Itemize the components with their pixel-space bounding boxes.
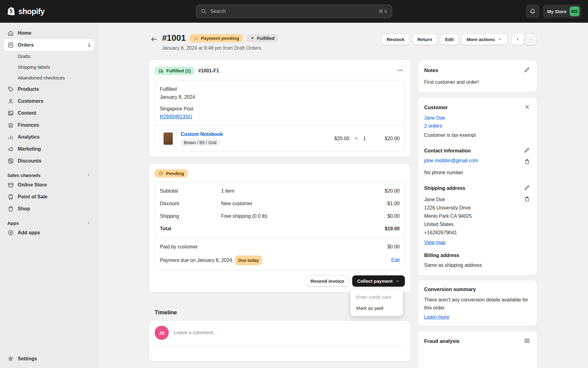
conversion-summary-card: Conversion summary There aren't any conv… [418,280,537,326]
sidebar-item-orders[interactable]: Orders 1 [4,39,94,51]
payment-card: Pending Subtotal 1 item $20.00 [149,164,410,292]
edit-notes-button[interactable] [523,66,531,75]
sidebar-section-apps[interactable]: Apps [7,220,92,226]
sidebar-footer: Settings [0,353,98,365]
sidebar-item-home[interactable]: Home [4,27,94,39]
menu-item-enter-credit-card[interactable]: Enter credit card [353,292,401,303]
return-button[interactable]: Return [413,34,437,45]
sidebar-item-add-apps[interactable]: Add apps [4,227,94,239]
address-line: United States [424,220,472,228]
customer-phone-status: No phone number [424,169,531,177]
chevron-right-icon [528,37,533,42]
search-shortcut: ⌘ K [379,9,387,14]
customer-name-link[interactable]: Jane Doe [424,115,445,121]
pencil-icon [524,185,530,191]
clock-icon [158,171,164,176]
edit-contact-button[interactable] [523,147,531,155]
paid-by-customer-row: Paid by customer $0.00 [160,243,400,251]
sidebar-item-analytics[interactable]: Analytics [4,131,94,143]
pencil-icon [524,147,530,153]
global-search-input[interactable]: Search ⌘ K [196,5,392,18]
copy-email-button[interactable] [523,158,531,166]
back-button[interactable] [149,34,159,45]
sidebar-item-customers[interactable]: Customers [4,95,94,107]
due-text: Payment due on January 8, 2024 [160,256,232,264]
order-header: #1001 Payment pending Fulfilled January … [149,33,537,51]
gear-icon [7,355,14,362]
comment-input[interactable] [173,330,405,336]
shipping-address-title: Shipping address [424,186,465,191]
remove-customer-button[interactable] [523,103,531,112]
sidebar-nav: Home Orders 1 Drafts Shipping labels Aba… [0,27,98,239]
sidebar-item-label: Point of Sale [18,194,47,200]
customer-orders-link[interactable]: 2 orders [424,123,442,128]
line-item-total: $20.00 [366,136,400,141]
edit-shipping-address-button[interactable] [523,184,531,192]
sidebar-section-sales-channels[interactable]: Sales channels [7,172,92,178]
search-icon [201,8,207,14]
customer-email-link[interactable]: jdoe.mobbin@gmail.com [424,158,478,163]
sidebar-item-products[interactable]: Products [4,83,94,95]
sidebar-item-label: Abandoned checkouts [18,75,65,81]
sidebar-item-shop[interactable]: Shop [4,203,94,215]
edit-payment-due-link[interactable]: Edit [391,256,400,264]
menu-item-mark-as-paid[interactable]: Mark as paid [353,303,401,314]
quantity-separator: × [355,136,358,141]
button-label: Collect payment [357,278,393,284]
sidebar-item-content[interactable]: Content [4,107,94,119]
resend-invoice-button[interactable]: Resend invoice [306,275,349,287]
total-label: Total [160,225,221,233]
previous-order-button[interactable] [511,33,524,45]
edit-order-button[interactable]: Edit [440,34,458,45]
row-amount: $0.00 [372,212,400,220]
sidebar-item-finances[interactable]: Finances [4,119,94,131]
sidebar-item-shipping-labels[interactable]: Shipping labels [4,62,94,72]
total-amount: $19.00 [372,225,400,233]
sidebar-item-abandoned-checkouts[interactable]: Abandoned checkouts [4,73,94,83]
close-icon [524,104,530,110]
row-label: Subtotal [160,187,221,195]
paid-label: Paid by customer [160,243,372,251]
section-label: Sales channels [7,173,40,178]
badge-label: Pending [166,171,184,176]
notes-title: Notes [424,67,438,73]
sidebar-item-discounts[interactable]: Discounts [4,155,94,167]
clipboard-icon [524,196,530,202]
sidebar-item-drafts[interactable]: Drafts [4,51,94,62]
learn-more-link[interactable]: Learn more [424,314,449,320]
notes-content: First customer and order! [424,78,531,86]
fulfillment-menu-button[interactable] [396,66,405,76]
payment-due-row: Payment due on January 8, 2024 Due today… [160,255,400,265]
product-name-link[interactable]: Custom Notebook [181,132,223,137]
shopify-logo[interactable]: shopify [7,6,44,17]
copy-shipping-address-button[interactable] [523,195,531,204]
more-actions-button[interactable]: More actions [462,34,507,45]
store-avatar: MS [570,6,579,16]
fraud-analysis-menu-button[interactable] [523,337,531,345]
sidebar-item-label: Online Store [18,182,47,188]
store-menu[interactable]: My Store MS [543,5,581,18]
tracking-number-link[interactable]: R29304913SG [160,114,192,119]
image-icon [7,110,14,117]
store-name: My Store [547,9,567,14]
row-amount: $20.00 [372,187,400,195]
home-icon [7,30,14,36]
sidebar-item-label: Shipping labels [18,64,50,70]
sidebar-item-label: Customers [18,98,43,104]
sidebar-item-settings[interactable]: Settings [4,353,94,365]
sidebar-item-online-store[interactable]: Online Store [4,179,94,191]
row-detail: 1 item [221,187,372,195]
notifications-button[interactable] [526,5,539,18]
sidebar-item-marketing[interactable]: Marketing [4,143,94,155]
next-order-button[interactable] [525,33,537,45]
sidebar-item-point-of-sale[interactable]: Point of Sale [4,191,94,203]
row-label: Shipping [160,212,221,220]
chevron-right-icon [86,172,92,178]
person-icon [7,98,14,105]
row-detail: New customer [221,200,372,208]
payment-row: Discount New customer -$1.00 [160,200,400,208]
view-map-link[interactable]: View map [424,240,446,245]
collect-payment-button[interactable]: Collect payment [352,275,405,287]
restock-button[interactable]: Restock [382,34,409,45]
sidebar-item-label: Analytics [18,134,40,140]
